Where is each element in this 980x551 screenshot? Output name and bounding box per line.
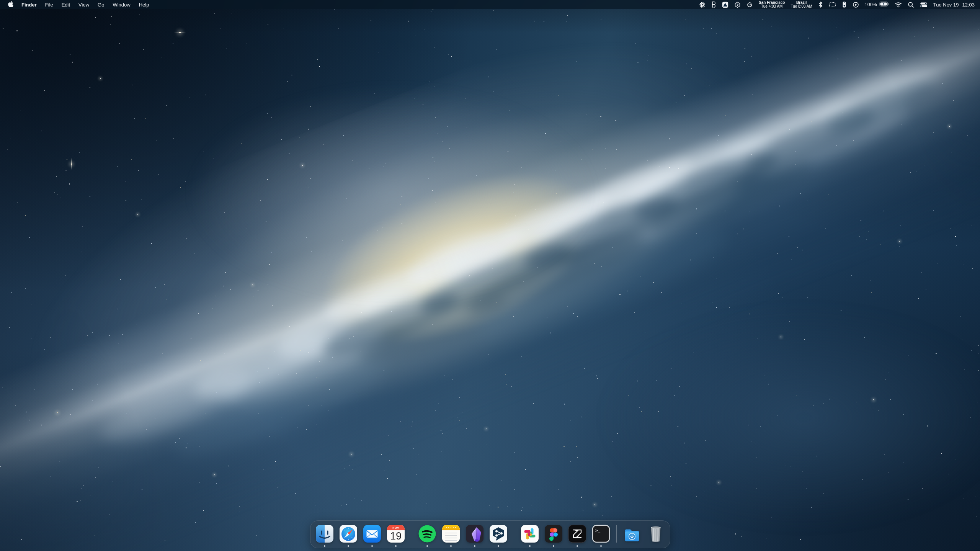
dock-item-obsidian[interactable] <box>466 525 484 543</box>
battery-percent: 100% <box>865 2 877 7</box>
now-playing-icon[interactable] <box>853 0 859 9</box>
dock-item-slack[interactable] <box>521 525 539 543</box>
dock-item-zed[interactable] <box>568 525 586 543</box>
dock-spacer <box>513 525 515 543</box>
world-clock-san-francisco[interactable]: San Francisco Tue 4:03 AM <box>759 0 785 9</box>
apple-menu[interactable] <box>5 0 17 9</box>
running-indicator <box>324 545 325 547</box>
running-indicator <box>577 545 578 547</box>
menu-item-file[interactable]: File <box>41 0 57 9</box>
menu-bar-clock[interactable]: Tue Nov 19 12:03 <box>933 2 975 8</box>
phone-icon[interactable] <box>842 0 847 9</box>
world-clock-time: Tue 4:03 AM <box>761 5 782 9</box>
dock-item-downloads[interactable] <box>623 525 641 543</box>
dock-item-figma[interactable] <box>544 525 563 543</box>
figma-icon[interactable] <box>711 0 716 9</box>
search-icon[interactable] <box>908 0 914 9</box>
running-indicator <box>426 545 428 547</box>
dock-item-notes[interactable] <box>442 525 460 543</box>
dock-item-terminal[interactable]: >_ <box>592 525 610 543</box>
menu-bar-left: Finder File Edit View Go Window Help <box>0 0 153 9</box>
menu-bar-status: San Francisco Tue 4:03 AM Brazil Tue 8:0… <box>699 0 980 9</box>
dock-item-trash[interactable] <box>647 525 665 543</box>
control-center-icon[interactable] <box>920 0 928 9</box>
dock-item-share-graph-app[interactable] <box>489 525 508 543</box>
dock-item-mail[interactable] <box>363 525 381 543</box>
running-indicator <box>395 545 397 547</box>
running-indicator <box>529 545 531 547</box>
terminal-prompt: >_ <box>595 528 601 533</box>
dock-item-safari[interactable] <box>339 525 358 543</box>
battery-status[interactable]: 100% <box>865 2 889 8</box>
apple-icon <box>8 1 13 8</box>
calendar-month: NOV <box>392 526 399 530</box>
dock-item-finder[interactable] <box>315 525 334 543</box>
running-indicator <box>371 545 373 547</box>
running-indicator <box>498 545 499 547</box>
running-indicator <box>474 545 475 547</box>
menu-item-window[interactable]: Window <box>108 0 134 9</box>
dock-wrap: NOV 19 <box>0 520 980 548</box>
running-indicator <box>553 545 554 547</box>
dock: NOV 19 <box>310 520 670 548</box>
running-indicator <box>348 545 349 547</box>
menu-item-edit[interactable]: Edit <box>57 0 74 9</box>
calendar-day: 19 <box>390 530 401 542</box>
wallpaper-galaxy <box>0 0 980 551</box>
menu-bar: Finder File Edit View Go Window Help <box>0 0 980 9</box>
dock-item-calendar[interactable]: NOV 19 <box>387 525 405 543</box>
menu-item-help[interactable]: Help <box>135 0 154 9</box>
triangle-box-icon[interactable] <box>722 0 728 9</box>
menu-bar-date: Tue Nov 19 <box>933 2 959 8</box>
battery-charging-icon <box>879 2 889 8</box>
vignette <box>0 0 980 551</box>
menu-item-view[interactable]: View <box>74 0 93 9</box>
dock-item-spotify[interactable] <box>418 525 436 543</box>
world-clock-brazil[interactable]: Brazil Tue 8:03 AM <box>791 0 812 9</box>
bluetooth-icon[interactable] <box>818 0 823 9</box>
dotted-selection-icon[interactable] <box>829 0 836 9</box>
running-indicator <box>600 545 602 547</box>
world-clock-time: Tue 8:03 AM <box>791 5 812 9</box>
menu-app-name[interactable]: Finder <box>17 0 41 9</box>
hexagon-arrow-icon[interactable] <box>734 0 741 9</box>
menu-item-go[interactable]: Go <box>93 0 108 9</box>
menu-bar-time: 12:03 <box>962 2 975 8</box>
running-indicator <box>450 545 452 547</box>
sunburst-icon[interactable] <box>699 0 706 9</box>
g-icon[interactable] <box>746 0 753 9</box>
dock-separator <box>616 525 617 543</box>
desktop: { "menu_bar": { "app_name": "Finder", "i… <box>0 0 980 551</box>
dock-spacer <box>410 525 413 543</box>
wifi-icon[interactable] <box>895 0 902 9</box>
